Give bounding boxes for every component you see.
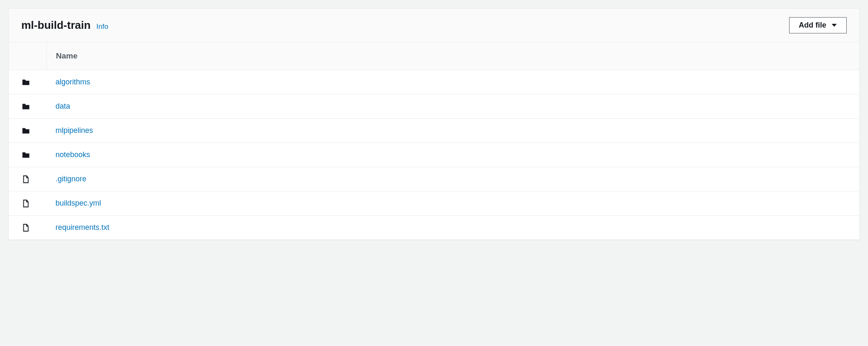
panel-title-wrap: ml-build-train Info <box>21 19 108 32</box>
panel-title: ml-build-train <box>21 19 91 32</box>
folder-icon <box>21 120 46 141</box>
name-cell: .gitignore <box>46 167 847 191</box>
file-icon <box>21 193 46 214</box>
table-row: requirements.txt <box>9 216 859 239</box>
name-cell: algorithms <box>46 70 847 94</box>
name-cell: data <box>46 94 847 118</box>
add-file-label: Add file <box>799 21 826 30</box>
item-link[interactable]: mlpipelines <box>56 126 93 135</box>
item-link[interactable]: data <box>56 102 70 110</box>
table-header: Name <box>9 42 859 70</box>
file-icon <box>21 169 46 190</box>
file-icon <box>21 217 46 238</box>
caret-down-icon <box>831 23 837 28</box>
info-link[interactable]: Info <box>96 23 108 31</box>
item-link[interactable]: algorithms <box>56 78 90 86</box>
folder-icon <box>21 72 46 93</box>
item-link[interactable]: requirements.txt <box>56 223 109 232</box>
item-link[interactable]: notebooks <box>56 150 90 159</box>
table-row: data <box>9 94 859 119</box>
table-row: buildspec.yml <box>9 191 859 216</box>
name-col-header[interactable]: Name <box>46 42 847 70</box>
name-cell: requirements.txt <box>46 216 847 239</box>
name-cell: notebooks <box>46 143 847 167</box>
table-row: mlpipelines <box>9 119 859 143</box>
icon-col-header <box>21 50 46 62</box>
table-row: algorithms <box>9 70 859 94</box>
item-link[interactable]: buildspec.yml <box>56 199 101 207</box>
table-body: algorithmsdatamlpipelinesnotebooks.gitig… <box>9 70 859 239</box>
table-row: .gitignore <box>9 167 859 191</box>
folder-icon <box>21 145 46 165</box>
repo-panel: ml-build-train Info Add file Name algori… <box>8 8 860 240</box>
add-file-button[interactable]: Add file <box>789 17 847 33</box>
name-cell: buildspec.yml <box>46 191 847 215</box>
item-link[interactable]: .gitignore <box>56 175 86 183</box>
name-cell: mlpipelines <box>46 119 847 142</box>
table-row: notebooks <box>9 143 859 167</box>
panel-header: ml-build-train Info Add file <box>9 9 859 42</box>
folder-icon <box>21 96 46 117</box>
